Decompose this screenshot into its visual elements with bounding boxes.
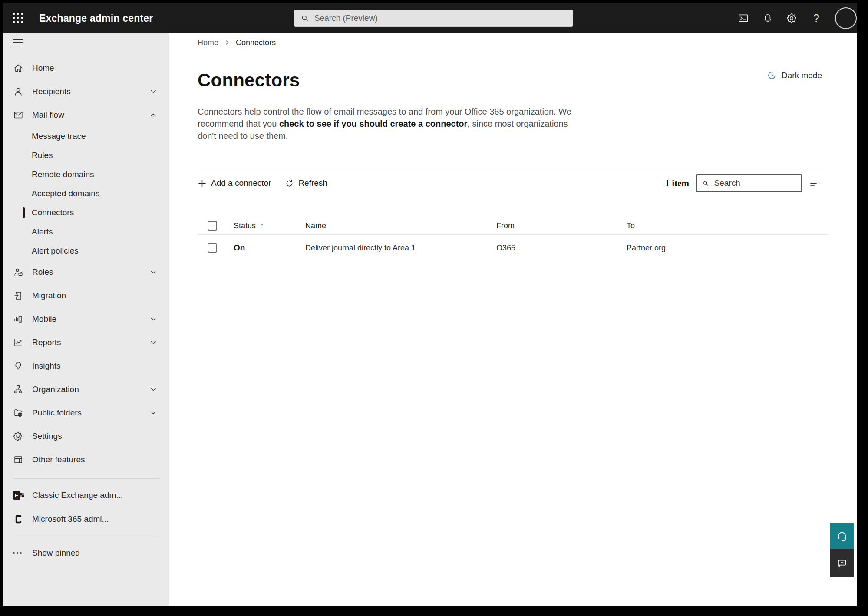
org-chart-icon	[13, 384, 23, 395]
global-search-input[interactable]	[314, 13, 567, 23]
filter-icon[interactable]	[809, 178, 820, 189]
chevron-down-icon	[150, 269, 157, 276]
chevron-down-icon	[150, 88, 157, 95]
sidebar-item-rules[interactable]: Rules	[3, 146, 169, 165]
settings-gear-icon[interactable]	[786, 13, 798, 24]
sidebar-item-label: Home	[32, 63, 54, 73]
row-checkbox[interactable]	[208, 243, 217, 253]
main-content: Home Connectors Dark mode Connectors Con…	[169, 33, 857, 606]
refresh-icon	[285, 179, 294, 188]
sidebar-item-recipients[interactable]: Recipients	[3, 80, 169, 103]
row-status: On	[234, 243, 305, 253]
topbar-actions: ?	[738, 3, 857, 33]
chevron-up-icon	[150, 112, 157, 119]
description-emphasis: check to see if you should create a conn…	[279, 119, 467, 128]
breadcrumb: Home Connectors	[198, 38, 828, 47]
sort-ascending-icon: ↑	[260, 221, 264, 230]
table-row[interactable]: On Deliver journal directly to Area 1 O3…	[198, 235, 828, 261]
page-description: Connectors help control the flow of emai…	[198, 105, 578, 142]
sidebar-item-settings[interactable]: Settings	[3, 425, 169, 448]
sidebar-item-accepted-domains[interactable]: Accepted domains	[3, 184, 169, 203]
sidebar-item-message-trace[interactable]: Message trace	[3, 127, 169, 146]
sidebar-item-alerts[interactable]: Alerts	[3, 222, 169, 241]
chevron-down-icon	[150, 316, 157, 323]
chat-bubble-icon	[836, 557, 848, 569]
breadcrumb-current: Connectors	[236, 38, 276, 47]
column-header-name[interactable]: Name	[305, 221, 496, 231]
column-header-from[interactable]: From	[496, 221, 627, 231]
item-count: 1 item	[665, 178, 689, 189]
sidebar-item-other-features[interactable]: Other features	[3, 448, 169, 471]
breadcrumb-chevron-icon	[224, 40, 230, 45]
chevron-down-icon	[150, 386, 157, 393]
breadcrumb-home-link[interactable]: Home	[198, 38, 218, 47]
row-name[interactable]: Deliver journal directly to Area 1	[305, 244, 496, 253]
table-header-row: Status ↑ Name From To	[198, 217, 828, 235]
list-search[interactable]	[696, 174, 802, 192]
sidebar-item-migration[interactable]: Migration	[3, 284, 169, 307]
headset-icon	[836, 530, 848, 542]
column-header-to[interactable]: To	[627, 221, 828, 231]
column-header-status[interactable]: Status ↑	[234, 221, 305, 231]
list-toolbar: Add a connector Refresh 1 item	[198, 168, 828, 198]
home-icon	[13, 63, 23, 73]
sidebar-item-label: Recipients	[32, 87, 71, 96]
sidebar-item-classic-exchange[interactable]: E Classic Exchange adm...	[3, 483, 169, 507]
sidebar-item-label: Mail flow	[32, 110, 64, 120]
person-icon	[13, 86, 23, 97]
sidebar-item-m365-admin[interactable]: Microsoft 365 admi...	[3, 507, 169, 531]
sidebar-item-reports[interactable]: Reports	[3, 331, 169, 354]
show-pinned-button[interactable]: Show pinned	[3, 541, 169, 565]
select-all-checkbox[interactable]	[208, 221, 217, 231]
chevron-down-icon	[150, 409, 157, 416]
search-icon	[300, 14, 309, 23]
sidebar-item-public-folders[interactable]: Public folders	[3, 401, 169, 425]
refresh-button[interactable]: Refresh	[285, 178, 327, 188]
sidebar-item-insights[interactable]: Insights	[3, 354, 169, 378]
account-avatar[interactable]	[835, 7, 857, 29]
app-launcher-icon[interactable]	[13, 13, 23, 23]
page-title: Connectors	[198, 70, 828, 91]
add-connector-button[interactable]: Add a connector	[198, 178, 271, 188]
sidebar-item-alert-policies[interactable]: Alert policies	[3, 241, 169, 260]
table-grid-icon	[13, 455, 23, 465]
sidebar-divider	[13, 478, 159, 479]
support-button[interactable]	[830, 523, 854, 549]
floating-help-buttons	[830, 523, 854, 577]
topbar: Exchange admin center	[3, 3, 857, 33]
notifications-bell-icon[interactable]	[762, 13, 773, 24]
gear-icon	[13, 431, 23, 441]
feedback-button[interactable]	[830, 549, 854, 577]
sidebar-item-mobile[interactable]: Mobile	[3, 307, 169, 331]
list-search-input[interactable]	[714, 178, 796, 188]
chevron-down-icon	[150, 339, 157, 346]
lightbulb-icon	[13, 361, 23, 371]
sidebar-item-connectors[interactable]: Connectors	[3, 203, 169, 222]
mobile-icon	[13, 314, 23, 324]
row-to: Partner org	[627, 244, 828, 253]
dark-mode-toggle[interactable]: Dark mode	[767, 71, 822, 80]
microsoft-365-logo-icon	[13, 514, 24, 525]
connectors-table: Status ↑ Name From To On Deliver journal…	[198, 217, 828, 261]
row-from: O365	[496, 244, 627, 253]
roles-icon	[13, 267, 23, 277]
search-icon	[702, 179, 710, 188]
sidebar-item-home[interactable]: Home	[3, 56, 169, 80]
reports-icon	[13, 337, 23, 348]
sidebar-item-mail-flow[interactable]: Mail flow	[3, 103, 169, 127]
ellipsis-icon	[13, 552, 23, 554]
dark-mode-label: Dark mode	[782, 71, 822, 80]
migration-icon	[13, 290, 23, 301]
sidebar-item-remote-domains[interactable]: Remote domains	[3, 165, 169, 184]
sidebar-item-organization[interactable]: Organization	[3, 378, 169, 401]
hamburger-menu-icon[interactable]	[13, 39, 23, 46]
folder-globe-icon	[13, 408, 23, 418]
svg-text:E: E	[15, 492, 19, 499]
help-icon[interactable]: ?	[811, 13, 822, 24]
powershell-terminal-icon[interactable]	[738, 13, 749, 24]
plus-icon	[198, 179, 207, 188]
moon-icon	[767, 71, 776, 80]
global-search[interactable]	[294, 10, 573, 27]
sidebar-item-roles[interactable]: Roles	[3, 260, 169, 284]
mail-icon	[13, 110, 23, 120]
